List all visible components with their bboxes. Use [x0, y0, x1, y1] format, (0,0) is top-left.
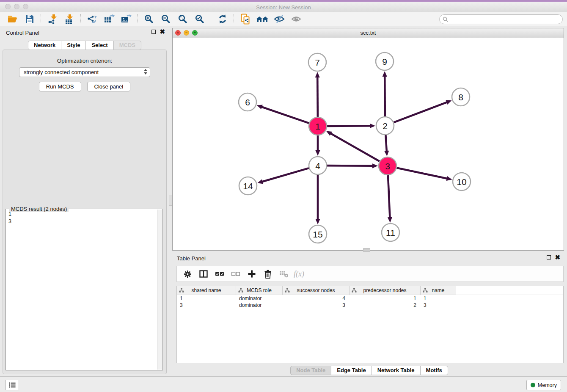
- column-label: successor nodes: [297, 287, 335, 293]
- tab-network[interactable]: Network: [28, 41, 61, 50]
- criterion-select-value: strongly connected component: [24, 69, 99, 75]
- zoom-out-icon[interactable]: [157, 13, 174, 25]
- edge-3-1[interactable]: [330, 133, 380, 161]
- status-bar: Memory: [0, 376, 567, 392]
- control-panel-header: Control Panel ✖: [0, 26, 169, 39]
- toolbar-separator: [211, 14, 212, 24]
- edge-1-2[interactable]: [327, 126, 371, 126]
- table-cell[interactable]: 2: [350, 302, 421, 309]
- close-table-panel-icon[interactable]: ✖: [555, 255, 560, 260]
- tab-style[interactable]: Style: [61, 41, 86, 50]
- duplicate-network-icon[interactable]: [237, 13, 254, 25]
- table-row[interactable]: 1dominator411: [177, 295, 563, 302]
- result-scrollbar[interactable]: [157, 210, 162, 370]
- network-minimize-button[interactable]: −: [184, 30, 189, 36]
- close-panel-icon[interactable]: ✖: [160, 29, 165, 34]
- edge-4-3[interactable]: [327, 166, 373, 166]
- edge-1-7[interactable]: [317, 77, 318, 117]
- edge-arrowhead: [257, 179, 263, 184]
- zoom-fit-icon[interactable]: [174, 13, 191, 25]
- toggle-panel-layout-icon[interactable]: [196, 268, 211, 280]
- tab-motifs[interactable]: Motifs: [421, 366, 448, 375]
- table-cell[interactable]: 1: [177, 295, 236, 302]
- table-panel-header: Table Panel ✖: [171, 252, 567, 265]
- edge-1-6[interactable]: [261, 107, 309, 123]
- edge-3-10[interactable]: [397, 168, 448, 179]
- mcds-result-text[interactable]: 13: [8, 211, 157, 369]
- deselect-all-columns-icon[interactable]: [228, 268, 243, 280]
- edge-arrowhead: [257, 105, 263, 109]
- criterion-select[interactable]: strongly connected component: [19, 67, 150, 77]
- task-history-button[interactable]: [6, 380, 19, 390]
- edge-4-14[interactable]: [262, 168, 309, 182]
- edge-2-9[interactable]: [385, 76, 385, 116]
- table-cell[interactable]: dominator: [236, 302, 283, 309]
- export-image-icon[interactable]: [118, 13, 135, 25]
- horizontal-splitter-handle[interactable]: [363, 248, 370, 252]
- float-panel-icon[interactable]: [151, 30, 156, 34]
- tab-mcds[interactable]: MCDS: [114, 41, 141, 50]
- open-session-icon[interactable]: [4, 13, 21, 25]
- table-cell[interactable]: dominator: [236, 295, 283, 302]
- create-column-icon[interactable]: [245, 268, 259, 280]
- column-header-predecessor-nodes[interactable]: predecessor nodes: [350, 286, 421, 295]
- column-header-MCDS-role[interactable]: MCDS role: [236, 286, 283, 295]
- save-session-icon[interactable]: [21, 13, 38, 25]
- delete-column-icon[interactable]: [261, 268, 275, 280]
- node-label-7: 7: [315, 58, 320, 67]
- first-neighbors-icon[interactable]: [254, 13, 271, 25]
- tab-select[interactable]: Select: [86, 41, 113, 50]
- table-row[interactable]: 3dominator323: [177, 302, 563, 309]
- table-cell[interactable]: 3: [177, 302, 236, 309]
- edge-2-3[interactable]: [385, 135, 386, 152]
- network-zoom-button[interactable]: +: [192, 30, 198, 36]
- show-all-icon[interactable]: [288, 13, 305, 25]
- edge-3-11[interactable]: [388, 175, 390, 218]
- table-cell[interactable]: 1: [421, 295, 456, 302]
- edge-arrowhead: [372, 163, 378, 168]
- table-cell[interactable]: 4: [283, 295, 350, 302]
- select-all-columns-icon[interactable]: [212, 268, 227, 280]
- table-panel-title: Table Panel: [177, 255, 206, 262]
- node-label-6: 6: [245, 97, 250, 107]
- main-toolbar: [0, 12, 567, 26]
- network-window-titlebar[interactable]: × − + scc.txt: [173, 28, 564, 38]
- column-label: MCDS role: [247, 287, 272, 293]
- table-cell[interactable]: 3: [421, 302, 456, 309]
- run-mcds-button[interactable]: Run MCDS: [39, 82, 81, 91]
- export-table-icon[interactable]: [101, 13, 118, 25]
- export-network-icon[interactable]: [84, 13, 101, 25]
- float-table-panel-icon[interactable]: [547, 255, 551, 259]
- edge-2-8[interactable]: [394, 102, 448, 122]
- tab-node-table[interactable]: Node Table: [290, 366, 331, 375]
- column-header-shared-name[interactable]: shared name: [177, 286, 236, 295]
- zoom-in-icon[interactable]: [140, 13, 157, 25]
- network-graph[interactable]: 7968124314101511: [173, 38, 564, 250]
- import-network-icon[interactable]: [44, 13, 61, 25]
- refresh-icon[interactable]: [214, 13, 231, 25]
- node-label-9: 9: [382, 57, 387, 66]
- memory-label: Memory: [538, 382, 557, 388]
- column-label: shared name: [191, 287, 221, 293]
- import-table-icon[interactable]: [61, 13, 78, 25]
- search-box: [439, 14, 563, 24]
- edge-arrowhead: [446, 100, 451, 105]
- network-close-button[interactable]: ×: [175, 30, 181, 36]
- column-header-successor-nodes[interactable]: successor nodes: [283, 286, 350, 295]
- search-icon: [443, 17, 448, 22]
- node-label-1: 1: [315, 121, 320, 131]
- close-panel-button[interactable]: Close panel: [87, 82, 131, 91]
- table-cell[interactable]: 1: [350, 295, 421, 302]
- zoom-selected-icon[interactable]: [191, 13, 208, 25]
- tab-edge-table[interactable]: Edge Table: [331, 366, 372, 375]
- tab-network-table[interactable]: Network Table: [372, 366, 421, 375]
- node-table[interactable]: shared nameMCDS rolesuccessor nodesprede…: [176, 286, 564, 363]
- hide-selected-icon[interactable]: [271, 13, 288, 25]
- table-settings-gear-icon[interactable]: [180, 268, 195, 280]
- column-header-name[interactable]: name: [421, 286, 456, 295]
- network-canvas[interactable]: 7968124314101511: [173, 38, 564, 250]
- memory-button[interactable]: Memory: [526, 380, 561, 390]
- table-cell[interactable]: 3: [283, 302, 350, 309]
- search-input[interactable]: [450, 16, 562, 23]
- edge-arrowhead: [315, 72, 320, 77]
